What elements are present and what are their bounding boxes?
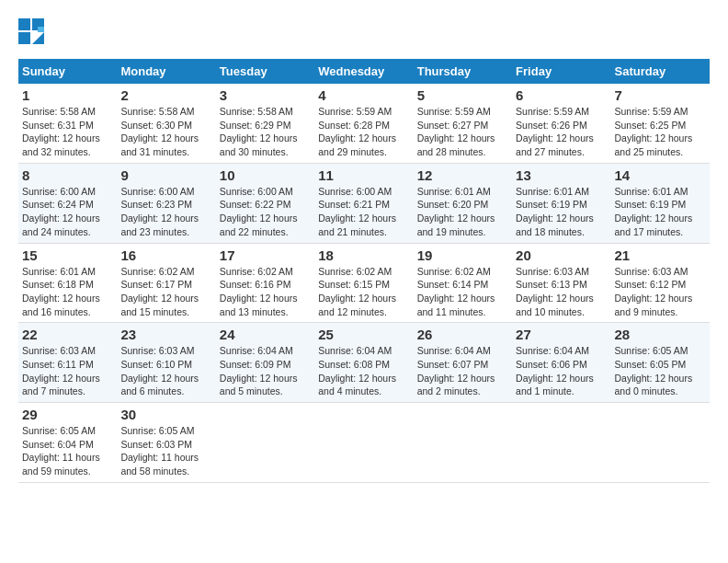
day-info: Sunrise: 6:02 AM Sunset: 6:15 PM Dayligh… <box>318 265 409 319</box>
calendar-cell: 18Sunrise: 6:02 AM Sunset: 6:15 PM Dayli… <box>314 243 413 323</box>
week-row-1: 1Sunrise: 5:58 AM Sunset: 6:31 PM Daylig… <box>18 84 710 163</box>
day-info: Sunrise: 6:05 AM Sunset: 6:03 PM Dayligh… <box>120 424 211 478</box>
svg-rect-0 <box>18 18 30 30</box>
calendar-cell <box>414 403 512 483</box>
calendar-cell: 9Sunrise: 6:00 AM Sunset: 6:23 PM Daylig… <box>117 163 215 243</box>
calendar-cell: 3Sunrise: 5:58 AM Sunset: 6:29 PM Daylig… <box>216 84 314 163</box>
calendar-cell: 25Sunrise: 6:04 AM Sunset: 6:08 PM Dayli… <box>314 323 413 403</box>
day-info: Sunrise: 6:05 AM Sunset: 6:04 PM Dayligh… <box>22 424 113 478</box>
calendar-cell: 22Sunrise: 6:03 AM Sunset: 6:11 PM Dayli… <box>18 323 117 403</box>
week-row-4: 22Sunrise: 6:03 AM Sunset: 6:11 PM Dayli… <box>18 323 710 403</box>
day-info: Sunrise: 6:02 AM Sunset: 6:16 PM Dayligh… <box>220 265 311 319</box>
calendar-cell <box>611 403 710 483</box>
day-number: 22 <box>22 327 113 342</box>
day-number: 15 <box>22 247 113 263</box>
day-number: 12 <box>417 167 508 183</box>
calendar-cell: 30Sunrise: 6:05 AM Sunset: 6:03 PM Dayli… <box>117 403 215 483</box>
day-info: Sunrise: 6:01 AM Sunset: 6:18 PM Dayligh… <box>22 265 113 319</box>
calendar-cell: 4Sunrise: 5:59 AM Sunset: 6:28 PM Daylig… <box>314 84 413 163</box>
calendar-cell: 15Sunrise: 6:01 AM Sunset: 6:18 PM Dayli… <box>18 243 117 323</box>
day-number: 9 <box>120 167 211 183</box>
day-number: 1 <box>22 87 113 103</box>
weekday-header-monday: Monday <box>117 59 215 84</box>
calendar-cell <box>314 403 413 483</box>
calendar-cell: 28Sunrise: 6:05 AM Sunset: 6:05 PM Dayli… <box>611 323 710 403</box>
day-number: 8 <box>22 167 113 183</box>
day-info: Sunrise: 6:04 AM Sunset: 6:06 PM Dayligh… <box>516 344 607 398</box>
day-number: 26 <box>417 327 508 342</box>
day-number: 5 <box>417 87 508 103</box>
day-number: 19 <box>417 247 508 263</box>
day-info: Sunrise: 5:59 AM Sunset: 6:26 PM Dayligh… <box>516 105 607 159</box>
weekday-header-thursday: Thursday <box>414 59 512 84</box>
day-info: Sunrise: 6:01 AM Sunset: 6:20 PM Dayligh… <box>417 185 508 239</box>
day-info: Sunrise: 6:04 AM Sunset: 6:07 PM Dayligh… <box>417 344 508 398</box>
day-number: 30 <box>120 407 211 422</box>
day-number: 25 <box>318 327 409 342</box>
day-info: Sunrise: 6:02 AM Sunset: 6:14 PM Dayligh… <box>417 265 508 319</box>
calendar-cell <box>216 403 314 483</box>
calendar-cell: 23Sunrise: 6:03 AM Sunset: 6:10 PM Dayli… <box>117 323 215 403</box>
calendar-cell: 19Sunrise: 6:02 AM Sunset: 6:14 PM Dayli… <box>414 243 512 323</box>
day-info: Sunrise: 6:04 AM Sunset: 6:09 PM Dayligh… <box>220 344 311 398</box>
day-info: Sunrise: 6:03 AM Sunset: 6:11 PM Dayligh… <box>22 344 113 398</box>
calendar-cell: 20Sunrise: 6:03 AM Sunset: 6:13 PM Dayli… <box>512 243 610 323</box>
calendar-cell: 8Sunrise: 6:00 AM Sunset: 6:24 PM Daylig… <box>18 163 117 243</box>
weekday-header-tuesday: Tuesday <box>216 59 314 84</box>
day-number: 20 <box>516 247 607 263</box>
day-info: Sunrise: 5:59 AM Sunset: 6:25 PM Dayligh… <box>615 105 706 159</box>
calendar-cell <box>512 403 610 483</box>
day-number: 27 <box>516 327 607 342</box>
day-info: Sunrise: 6:04 AM Sunset: 6:08 PM Dayligh… <box>318 344 409 398</box>
day-number: 21 <box>615 247 706 263</box>
calendar-cell: 27Sunrise: 6:04 AM Sunset: 6:06 PM Dayli… <box>512 323 610 403</box>
weekday-header-sunday: Sunday <box>18 59 117 84</box>
calendar-cell: 26Sunrise: 6:04 AM Sunset: 6:07 PM Dayli… <box>414 323 512 403</box>
day-info: Sunrise: 6:00 AM Sunset: 6:24 PM Dayligh… <box>22 185 113 239</box>
week-row-5: 29Sunrise: 6:05 AM Sunset: 6:04 PM Dayli… <box>18 403 710 483</box>
day-info: Sunrise: 6:00 AM Sunset: 6:21 PM Dayligh… <box>318 185 409 239</box>
day-info: Sunrise: 6:00 AM Sunset: 6:23 PM Dayligh… <box>120 185 211 239</box>
calendar-cell: 11Sunrise: 6:00 AM Sunset: 6:21 PM Dayli… <box>314 163 413 243</box>
day-number: 7 <box>615 87 706 103</box>
day-info: Sunrise: 5:58 AM Sunset: 6:29 PM Dayligh… <box>220 105 311 159</box>
calendar-cell: 13Sunrise: 6:01 AM Sunset: 6:19 PM Dayli… <box>512 163 610 243</box>
day-number: 14 <box>615 167 706 183</box>
day-number: 13 <box>516 167 607 183</box>
day-info: Sunrise: 5:58 AM Sunset: 6:30 PM Dayligh… <box>120 105 211 159</box>
calendar-cell: 2Sunrise: 5:58 AM Sunset: 6:30 PM Daylig… <box>117 84 215 163</box>
day-info: Sunrise: 6:00 AM Sunset: 6:22 PM Dayligh… <box>220 185 311 239</box>
day-number: 24 <box>220 327 311 342</box>
weekday-header-row: SundayMondayTuesdayWednesdayThursdayFrid… <box>18 59 710 84</box>
day-number: 17 <box>220 247 311 263</box>
day-info: Sunrise: 5:58 AM Sunset: 6:31 PM Dayligh… <box>22 105 113 159</box>
calendar-cell: 24Sunrise: 6:04 AM Sunset: 6:09 PM Dayli… <box>216 323 314 403</box>
day-number: 18 <box>318 247 409 263</box>
day-info: Sunrise: 6:03 AM Sunset: 6:12 PM Dayligh… <box>615 265 706 319</box>
day-number: 6 <box>516 87 607 103</box>
svg-marker-3 <box>32 32 44 44</box>
calendar-cell: 21Sunrise: 6:03 AM Sunset: 6:12 PM Dayli… <box>611 243 710 323</box>
calendar-cell: 6Sunrise: 5:59 AM Sunset: 6:26 PM Daylig… <box>512 84 610 163</box>
day-number: 3 <box>220 87 311 103</box>
svg-marker-4 <box>38 27 44 32</box>
day-number: 11 <box>318 167 409 183</box>
calendar-cell: 7Sunrise: 5:59 AM Sunset: 6:25 PM Daylig… <box>611 84 710 163</box>
page-header <box>18 18 710 44</box>
day-number: 23 <box>120 327 211 342</box>
day-info: Sunrise: 6:03 AM Sunset: 6:13 PM Dayligh… <box>516 265 607 319</box>
calendar-cell: 1Sunrise: 5:58 AM Sunset: 6:31 PM Daylig… <box>18 84 117 163</box>
calendar-cell: 5Sunrise: 5:59 AM Sunset: 6:27 PM Daylig… <box>414 84 512 163</box>
calendar-cell: 16Sunrise: 6:02 AM Sunset: 6:17 PM Dayli… <box>117 243 215 323</box>
calendar-cell: 14Sunrise: 6:01 AM Sunset: 6:19 PM Dayli… <box>611 163 710 243</box>
day-number: 28 <box>615 327 706 342</box>
day-number: 16 <box>120 247 211 263</box>
weekday-header-saturday: Saturday <box>611 59 710 84</box>
logo <box>18 18 48 44</box>
calendar-cell: 12Sunrise: 6:01 AM Sunset: 6:20 PM Dayli… <box>414 163 512 243</box>
day-info: Sunrise: 6:01 AM Sunset: 6:19 PM Dayligh… <box>516 185 607 239</box>
day-info: Sunrise: 5:59 AM Sunset: 6:27 PM Dayligh… <box>417 105 508 159</box>
day-number: 10 <box>220 167 311 183</box>
day-info: Sunrise: 5:59 AM Sunset: 6:28 PM Dayligh… <box>318 105 409 159</box>
logo-icon <box>18 18 44 44</box>
